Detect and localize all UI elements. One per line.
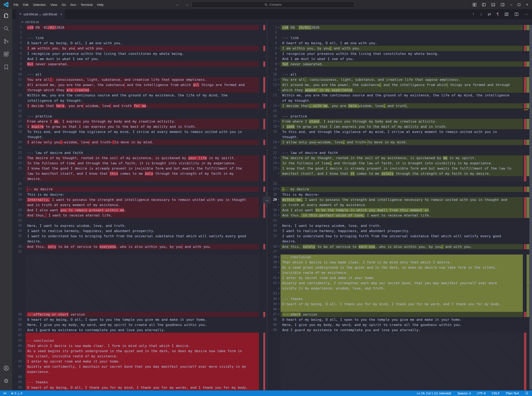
minimize-button[interactable]: – (510, 2, 512, 7)
menu-terminal[interactable]: Terminal (79, 2, 95, 7)
code-row: 42- (12, 333, 267, 338)
code-row: 10--- all (267, 72, 532, 77)
diff-pane-modified[interactable]: 1+v20 EN 25/01/202623--- link4O heart of… (267, 19, 532, 390)
menu-file[interactable]: File (11, 2, 21, 7)
modified-overview-ruler[interactable] (524, 19, 529, 390)
code-row: 25-I know that the good I desire is alre… (12, 166, 267, 171)
explorer-icon[interactable] (3, 12, 10, 19)
toggle-panel-icon[interactable] (491, 3, 495, 7)
source-control-icon[interactable] (3, 38, 10, 45)
code-row: 41And I guard my existence to contemplat… (12, 327, 267, 333)
split-editor-button[interactable] (514, 12, 519, 16)
code-row: 34I want to realize harmony, happiness, … (267, 228, 532, 233)
map-view-button[interactable] (504, 12, 509, 16)
render-whitespace-button[interactable]: ¶ (497, 12, 499, 16)
arrow-right-icon[interactable]: → (263, 196, 271, 204)
code-row: 30+And I also want to be the temple in w… (267, 208, 532, 213)
code-row: 46-I enter my secret room and make it yo… (12, 359, 267, 364)
encoding-setting[interactable]: UTF-8 (477, 392, 485, 395)
code-row: 49---- thanks (12, 380, 267, 385)
code-row: 5-I am within you, by you and with you. (12, 46, 267, 51)
swap-sides-button[interactable]: ⇄ (488, 12, 491, 17)
command-search-box[interactable]: Compare (192, 1, 355, 8)
code-row: -experience. (12, 369, 267, 374)
eol-setting[interactable]: CRLF (492, 392, 500, 395)
search-box-text: Compare (269, 3, 282, 6)
code-row: 47-Quietly and confidently, I maintain o… (12, 364, 267, 369)
diff-pane-original[interactable]: ≡ v20 EN.txt 1-v19 EN 01/02/202623--- li… (12, 19, 267, 390)
bookmarks-icon[interactable] (3, 64, 10, 71)
language-mode[interactable]: Plain Text (506, 392, 519, 395)
code-row: 50And I guard my existence to contemplat… (267, 327, 532, 333)
extensions-icon[interactable] (3, 51, 10, 58)
code-row: 18-I aspire to grow so that I can expres… (12, 124, 267, 129)
maximize-button[interactable] (517, 3, 520, 6)
code-row: 31-And thus, I want to receive eternal l… (12, 213, 267, 218)
code-row: 50-O heart of my being, O all, I thank y… (12, 385, 267, 390)
code-row: of my thought. (267, 98, 532, 103)
tab-diff-v19-v20[interactable]: ≡ v19 EN.txt ↔ v20 EN.txt × (16, 9, 65, 19)
remote-indicator[interactable]: >< (2, 392, 7, 395)
code-row: 6I recognize your presence within the li… (12, 51, 267, 56)
menu-view[interactable]: View (48, 2, 59, 7)
code-row: 11+You are all: consciousness, light, su… (267, 77, 532, 82)
errors-icon: ⊗ (11, 392, 13, 395)
code-row: 16--- practice (12, 114, 267, 119)
cursor-position[interactable]: Ln 29, Col 1 (11 selected) (417, 392, 451, 395)
modified-code-rows: 1+v20 EN 25/01/202623--- link4O heart of… (267, 25, 532, 390)
code-row: 48O heart of my being, O all, I open to … (267, 317, 532, 322)
original-overview-ruler[interactable] (263, 19, 265, 390)
code-row: 12-All around me, you are the power, the… (12, 82, 267, 87)
code-row: 19To this end, and through the vigilance… (12, 129, 267, 134)
menu-run[interactable]: Run (68, 2, 79, 7)
code-row: 27--- my desire (12, 186, 267, 192)
code-row: 15 (267, 108, 532, 114)
revert-block-widget[interactable]: → (262, 196, 271, 204)
code-row: 15 (12, 108, 267, 114)
code-row: 38--- offering or short version (12, 312, 267, 317)
problems-indicator[interactable]: ⊗ 0 △ 0 (10, 392, 24, 395)
code-row: 37 (12, 249, 267, 255)
toggle-sidebar-icon[interactable] (482, 3, 486, 7)
more-actions-button[interactable]: ⋯ (524, 12, 528, 17)
menu-edit[interactable]: Edit (21, 2, 31, 7)
code-row: 5+I am within you, by you, and with you. (267, 46, 532, 51)
account-icon[interactable] (3, 365, 10, 372)
original-file-label: ≡ v20 EN.txt (21, 20, 39, 24)
indentation-setting[interactable]: Spaces: 4 (457, 392, 471, 395)
code-row: 14+I decide that, with me, you are here … (267, 103, 532, 108)
code-row: +in truth at every moment of my existenc… (267, 202, 532, 208)
previous-change-button[interactable]: ↑ (473, 12, 475, 16)
vertical-scrollbar[interactable] (529, 25, 532, 390)
code-row: 25+I know that the good I desire is alre… (267, 166, 532, 171)
menu-go[interactable]: Go (59, 2, 68, 7)
code-row: -law to manifest itself, and I know that… (12, 171, 267, 176)
code-row: 45+O heart of my being, O all, I thank y… (267, 302, 532, 307)
code-row: 10--- all (12, 72, 267, 77)
code-row: 31+And thus, in this perfect union of lo… (267, 213, 532, 218)
code-row: 9 (267, 67, 532, 72)
code-row: 6I recognize your presence within the li… (267, 51, 532, 56)
customize-layout-icon[interactable] (473, 3, 477, 7)
menu-help[interactable]: Help (95, 2, 106, 7)
nav-back-icon[interactable]: ← (175, 2, 180, 7)
notifications-bell-icon[interactable] (525, 391, 529, 395)
code-row: 17+From where I stand, I express you thr… (267, 119, 532, 124)
code-row: 12+All around me, you are the power, the… (267, 82, 532, 87)
next-change-button[interactable]: ↓ (480, 12, 482, 16)
code-row: 46+ (267, 307, 532, 312)
close-window-button[interactable]: × (526, 2, 528, 7)
code-row: 26 (12, 181, 267, 186)
tab-close-icon[interactable]: × (60, 12, 62, 16)
title-bar: FileEditSelectionViewGoRunTerminalHelp ←… (0, 0, 532, 9)
settings-gear-icon[interactable]: ⚙ (3, 378, 10, 384)
toggle-secondary-sidebar-icon[interactable] (501, 3, 505, 7)
nav-forward-icon[interactable]: → (185, 2, 189, 7)
code-row: thought. (267, 134, 532, 140)
code-row: 8+Yet never separated. (267, 62, 532, 67)
search-sidebar-icon[interactable] (3, 25, 10, 32)
code-row: -through which they are created. (12, 87, 267, 93)
menu-selection[interactable]: Selection (31, 2, 48, 7)
code-row: 33Here, I want to express wisdom, love, … (12, 223, 267, 228)
code-row: 20-I allow only you –wisdom, love and tr… (12, 140, 267, 145)
